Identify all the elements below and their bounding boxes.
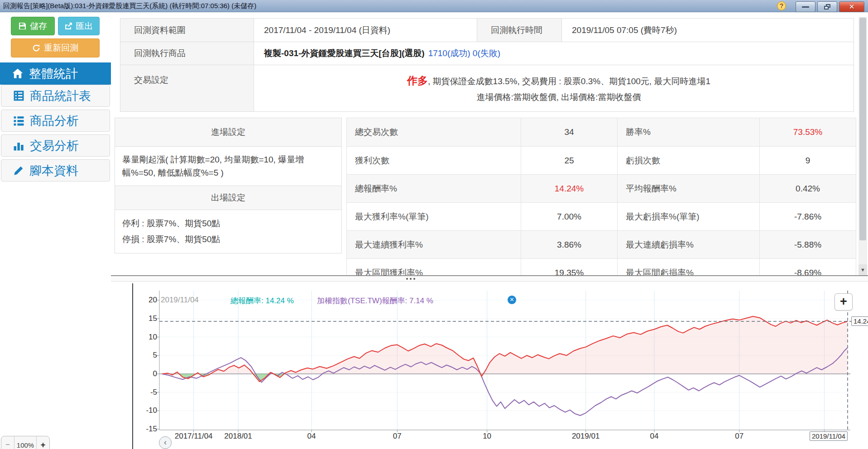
save-button[interactable]: 儲存 — [11, 17, 55, 35]
x-axis-tick-label: 10 — [458, 432, 517, 441]
menu-label: 整體統計 — [29, 66, 78, 82]
sidebar-item-trade-analysis[interactable]: 交易分析 — [1, 134, 110, 157]
list-icon — [13, 115, 24, 126]
sidebar-item-overall-stats[interactable]: 整體統計 — [0, 62, 111, 85]
floppy-icon — [19, 22, 26, 30]
minimize-button[interactable] — [796, 1, 815, 12]
exit-stop-loss: 停損 : 股票7%、期貨50點 — [122, 234, 220, 245]
sidebar-item-product-stats-table[interactable]: 商品統計表 — [1, 85, 110, 107]
scrollbar-thumb[interactable] — [859, 18, 866, 240]
product-result-link[interactable]: 1710(成功) 0(失敗) — [428, 48, 500, 59]
trade-settings-rest: , 期貨保證金成數13.5%, 交易費用 : 股票0.3%、期貨100元, 最大… — [428, 76, 710, 86]
stats-label: 最大連續獲利率% — [346, 230, 521, 259]
minimize-icon — [802, 6, 809, 8]
y-axis-tick-label: 20 — [134, 296, 157, 305]
menu-label: 商品分析 — [30, 113, 79, 129]
trade-settings-line2: 進場價格:當期收盤價, 出場價格:當期收盤價 — [476, 91, 641, 103]
stats-label: 勝率% — [617, 118, 760, 147]
entry-settings-text: 暴量剛起漲( 計算期數=20, 均量期數=10, 爆量增幅%=50, 離低點幅度… — [115, 146, 342, 186]
product-label: 回測執行商品 — [120, 42, 254, 65]
stats-value: -8.69% — [759, 258, 856, 275]
stats-value: 73.53% — [759, 118, 856, 147]
add-series-button[interactable]: + — [834, 293, 853, 310]
scrollbar-down-arrow[interactable]: ▼ — [858, 264, 867, 275]
x-axis-tick-label: 07 — [368, 432, 427, 441]
restore-button[interactable] — [817, 1, 837, 12]
rerun-label: 重新回測 — [44, 42, 78, 54]
x-axis-tick-label: 07 — [710, 432, 769, 441]
chart-zoom-control[interactable]: − 100% + — [1, 436, 50, 449]
report-upper-section: 回測資料範圍 2017/11/04 - 2019/11/04 (日資料) 回測執… — [111, 12, 868, 275]
backtest-report-window: 回測報告[策略](Beta版):031-外資鍾愛股連買三天(系統) (執行時間:… — [0, 0, 868, 449]
legend-benchmark-return[interactable]: 加權指數(TSE.TW)報酬率: 7.14 % — [317, 296, 433, 306]
rerun-backtest-button[interactable]: 重新回測 — [11, 38, 100, 57]
x-axis-tick-label: 04 — [625, 432, 684, 441]
legend-remove-icon[interactable]: ✕ — [508, 296, 516, 304]
stats-label: 最大獲利率%(單筆) — [346, 202, 521, 231]
y-axis-tick-label: 5 — [134, 351, 157, 360]
stats-value: 34 — [521, 118, 618, 147]
x-axis-tick-label: 2019/01 — [556, 432, 615, 441]
close-button[interactable]: ✕ — [839, 1, 864, 12]
trade-settings-line1: 作多, 期貨保證金成數13.5%, 交易費用 : 股票0.3%、期貨100元, … — [407, 74, 710, 88]
menu-label: 腳本資料 — [29, 162, 78, 179]
stats-label: 最大區間獲利率% — [346, 258, 521, 275]
trade-direction: 作多 — [407, 75, 428, 86]
sidebar-item-product-analysis[interactable]: 商品分析 — [1, 110, 110, 132]
crosshair-date-legend: 2019/11/04 — [161, 296, 199, 306]
close-icon: ✕ — [849, 3, 855, 11]
stats-value: 19.35% — [521, 258, 618, 275]
y-axis-tick-label: -5 — [134, 388, 157, 397]
y-axis-tick-label: 10 — [134, 333, 157, 342]
trade-settings-label: 交易設定 — [120, 65, 254, 112]
data-range-label: 回測資料範圍 — [120, 18, 254, 42]
export-label: 匯出 — [76, 20, 93, 32]
exec-time-value: 2019/11/05 07:05 (費時7秒) — [561, 18, 854, 42]
menu-label: 商品統計表 — [30, 88, 91, 104]
x-axis-tick-label: 04 — [282, 432, 341, 441]
export-button[interactable]: 匯出 — [58, 17, 100, 35]
x-axis-tick-label: 2018/01 — [209, 432, 268, 441]
zoom-out-button[interactable]: − — [1, 436, 14, 449]
exit-take-profit: 停利 : 股票7%、期貨50點 — [122, 218, 220, 229]
return-chart-panel: 20151050-5-10-15 2017/11/042018/01040710… — [111, 282, 868, 449]
y-axis-tick-label: 15 — [134, 314, 157, 323]
restore-icon — [824, 4, 830, 10]
exit-settings-header: 出場設定 — [115, 186, 342, 210]
y-axis-tick-label: 0 — [134, 369, 157, 378]
zoom-in-button[interactable]: + — [37, 436, 49, 449]
stats-value: -5.88% — [759, 230, 856, 259]
save-label: 儲存 — [30, 20, 47, 32]
table-icon — [13, 90, 24, 101]
sidebar-item-script-data[interactable]: 腳本資料 — [1, 159, 110, 182]
menu-label: 交易分析 — [30, 138, 79, 154]
exec-time-label: 回測執行時間 — [477, 18, 562, 42]
stats-label: 獲利次數 — [346, 146, 521, 175]
pencil-icon — [13, 165, 24, 176]
vertical-scrollbar[interactable]: ▼ — [858, 17, 867, 275]
y-axis-tick-label: -15 — [134, 425, 157, 434]
sidebar-menu: 整體統計 商品統計表 商品分析 交易分析 腳本資料 — [0, 62, 111, 184]
trade-settings-value: 作多, 期貨保證金成數13.5%, 交易費用 : 股票0.3%、期貨100元, … — [254, 65, 854, 112]
stats-value: 3.86% — [521, 230, 618, 259]
stats-label: 平均報酬率% — [617, 174, 760, 203]
zoom-percent: 100% — [14, 436, 37, 449]
home-icon — [12, 68, 24, 80]
stats-value: 9 — [759, 146, 856, 175]
panel-splitter[interactable] — [111, 275, 868, 282]
return-chart[interactable] — [111, 282, 868, 449]
export-icon — [65, 22, 72, 30]
crosshair-value-label: 14.24 — [851, 316, 868, 326]
pan-left-button[interactable]: ‹ — [159, 436, 172, 449]
help-icon[interactable]: ? — [777, 1, 786, 10]
stats-value: 0.42% — [759, 174, 856, 203]
y-axis-tick-label: -10 — [134, 406, 157, 415]
window-title: 回測報告[策略](Beta版):031-外資鍾愛股連買三天(系統) (執行時間:… — [0, 2, 256, 10]
stats-label: 虧損次數 — [617, 146, 760, 175]
exit-settings-text: 停利 : 股票7%、期貨50點 停損 : 股票7%、期貨50點 — [115, 210, 342, 253]
stats-label: 最大連續虧損率% — [617, 230, 760, 259]
stats-label: 最大區間虧損率% — [617, 258, 760, 275]
product-value: 複製-031-外資鍾愛股連買三天[台股](選股) 1710(成功) 0(失敗) — [254, 42, 854, 65]
stats-value: 14.24% — [521, 174, 618, 203]
titlebar[interactable]: 回測報告[策略](Beta版):031-外資鍾愛股連買三天(系統) (執行時間:… — [0, 0, 868, 12]
